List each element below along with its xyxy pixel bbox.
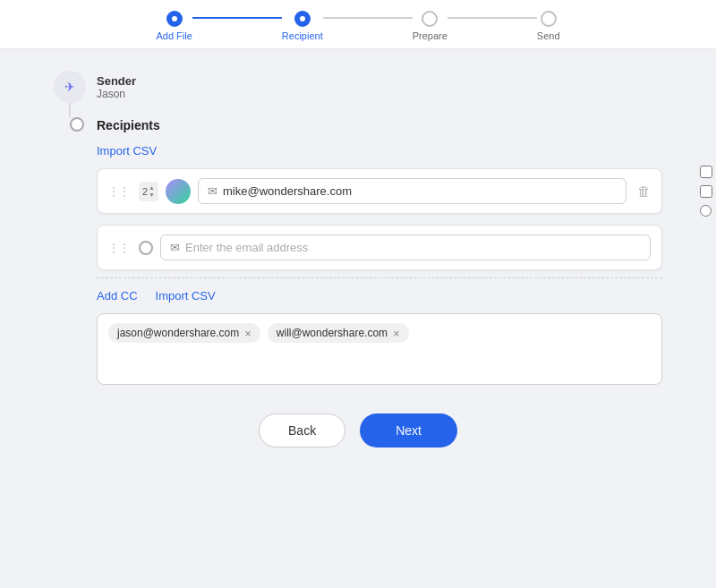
email-input-wrapper-1: ✉ bbox=[198, 178, 626, 204]
drag-handle-1[interactable]: ⋮⋮ bbox=[108, 185, 130, 198]
sign-first-radio[interactable] bbox=[700, 205, 712, 217]
cc-row: Add CC Import CSV bbox=[97, 289, 662, 303]
email-input-1[interactable] bbox=[223, 184, 617, 198]
step-label-prepare: Prepare bbox=[413, 30, 448, 41]
recipient-2-card: ⋮⋮ ✉ bbox=[97, 225, 662, 270]
sign-order-row: Sign first Sign last bbox=[700, 205, 716, 217]
step-circle-recipient bbox=[294, 11, 311, 27]
recipient-2-wrapper: ⋮⋮ ✉ ↑ bbox=[97, 225, 662, 270]
recipients-section: Recipients Import CSV ⋮⋮ 2 ▲ ▼ bbox=[97, 117, 662, 385]
import-csv-cc-link[interactable]: Import CSV bbox=[156, 289, 216, 303]
signing-options: Set signing order I need to sign the doc… bbox=[700, 166, 716, 217]
connector-3 bbox=[448, 17, 537, 19]
bottom-actions: Back Next bbox=[54, 413, 662, 447]
recipient-1-card: ⋮⋮ 2 ▲ ▼ ✉ 🗑 bbox=[97, 168, 662, 214]
recipients-dot bbox=[70, 117, 84, 132]
set-signing-order-row: Set signing order bbox=[700, 166, 716, 178]
dashed-divider bbox=[97, 277, 662, 278]
sender-info: Sender Jason bbox=[97, 74, 136, 100]
email-input-2[interactable] bbox=[185, 241, 641, 254]
step-add-file: Add File bbox=[156, 11, 192, 41]
step-label-recipient: Recipient bbox=[282, 30, 323, 41]
cc-chip-remove-0[interactable]: × bbox=[244, 328, 251, 339]
step-recipient: Recipient bbox=[282, 11, 323, 41]
step-circle-prepare bbox=[422, 11, 438, 27]
set-signing-order-checkbox[interactable] bbox=[700, 166, 712, 178]
cc-email-1: will@wondershare.com bbox=[277, 327, 388, 339]
email-icon-2: ✉ bbox=[170, 241, 180, 254]
step-label-send: Send bbox=[537, 30, 560, 41]
connector-2 bbox=[323, 17, 413, 19]
cc-email-0: jason@wondershare.com bbox=[117, 327, 239, 339]
cc-chip-1: will@wondershare.com × bbox=[268, 323, 409, 343]
recipient-2-dot bbox=[139, 241, 153, 255]
order-badge-1: 2 ▲ ▼ bbox=[139, 182, 158, 201]
delete-icon-1[interactable]: 🗑 bbox=[637, 183, 651, 199]
import-csv-link[interactable]: Import CSV bbox=[97, 144, 157, 158]
sender-label: Sender bbox=[97, 74, 136, 88]
email-input-wrapper-2: ✉ bbox=[160, 234, 651, 260]
email-icon-1: ✉ bbox=[208, 184, 217, 198]
recipient-1-card-inner: ⋮⋮ 2 ▲ ▼ ✉ 🗑 bbox=[98, 169, 661, 213]
back-button[interactable]: Back bbox=[259, 413, 345, 447]
stepper: Add File Recipient Prepare Send bbox=[0, 0, 716, 49]
recipient-1-wrapper: ⋮⋮ 2 ▲ ▼ ✉ 🗑 bbox=[97, 168, 662, 214]
sender-name: Jason bbox=[97, 88, 136, 100]
step-label-add-file: Add File bbox=[156, 30, 192, 41]
sender-row: ✈ Sender Jason bbox=[54, 71, 662, 103]
step-circle-add-file bbox=[166, 11, 183, 27]
timeline-line bbox=[69, 103, 71, 117]
main-content: ✈ Sender Jason Recipients Import CSV ⋮⋮ … bbox=[0, 49, 716, 469]
i-need-to-sign-row: I need to sign the document bbox=[700, 185, 716, 198]
connector-1 bbox=[192, 17, 282, 19]
i-need-to-sign-checkbox[interactable] bbox=[700, 185, 712, 198]
step-prepare: Prepare bbox=[413, 11, 448, 41]
cc-chip-remove-1[interactable]: × bbox=[393, 328, 400, 339]
add-cc-link[interactable]: Add CC bbox=[97, 289, 138, 303]
recipient-1-avatar bbox=[166, 179, 191, 204]
step-send: Send bbox=[537, 11, 560, 41]
cc-box: jason@wondershare.com × will@wondershare… bbox=[97, 313, 662, 385]
recipients-title: Recipients bbox=[97, 118, 160, 132]
sign-first-label: Sign first bbox=[700, 205, 716, 217]
cc-chip-0: jason@wondershare.com × bbox=[108, 323, 260, 343]
step-circle-send bbox=[541, 11, 557, 27]
recipients-header: Recipients bbox=[97, 117, 662, 133]
next-button[interactable]: Next bbox=[360, 413, 457, 447]
drag-handle-2[interactable]: ⋮⋮ bbox=[108, 242, 130, 254]
sender-icon: ✈ bbox=[54, 71, 86, 103]
